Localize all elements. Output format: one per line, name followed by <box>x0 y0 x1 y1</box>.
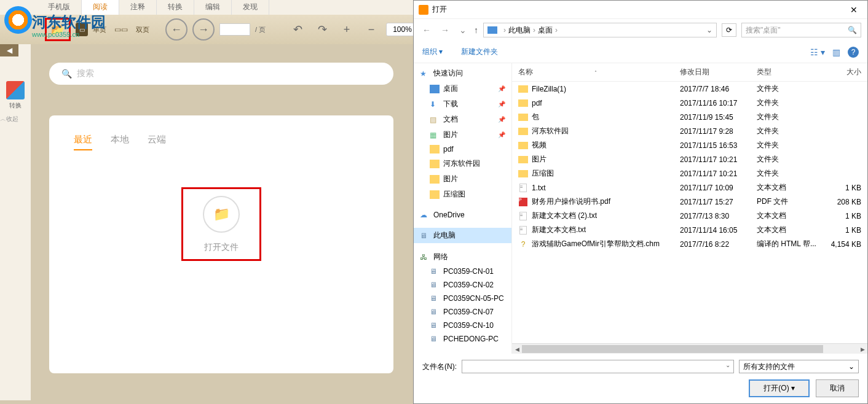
zoom-out-button[interactable]: − <box>361 20 381 39</box>
top-tab-discover[interactable]: 发现 <box>232 0 269 15</box>
file-name: 游戏辅助GameOfMir引擎帮助文档.chm <box>532 239 680 249</box>
content-tab-cloud[interactable]: 云端 <box>148 134 166 150</box>
tree-computer-6[interactable]: 🖥PCHEDONG-PC <box>414 332 511 346</box>
file-name: 新建文本文档 (2).txt <box>532 211 680 221</box>
refresh-button[interactable]: ⟳ <box>722 23 736 37</box>
view-mode-button[interactable]: ☷ ▾ <box>810 47 825 57</box>
col-name-header[interactable]: 名称˄ <box>518 67 680 77</box>
col-size-header[interactable]: 大小 <box>824 67 861 77</box>
scroll-right-arrow[interactable]: ▶ <box>858 344 867 354</box>
file-date: 2017/11/16 10:17 <box>680 99 757 107</box>
folder-icon <box>518 85 528 93</box>
breadcrumb-item-desktop[interactable]: 桌面 <box>538 25 553 36</box>
list-item[interactable]: ≡1.txt2017/11/7 10:09文本文档1 KB <box>512 181 867 195</box>
computer-icon: 🖥 <box>430 321 440 330</box>
open-button[interactable]: 打开(O) ▾ <box>749 379 810 397</box>
col-type-header[interactable]: 类型 <box>757 67 824 77</box>
filename-dropdown-icon[interactable]: ⌄ <box>725 362 730 368</box>
tree-hedong[interactable]: 河东软件园 <box>414 156 511 171</box>
horizontal-scrollbar[interactable]: ◀ ▶ <box>512 343 867 354</box>
tree-computer-3[interactable]: 🖥PC0359CN-05-PC <box>414 292 511 305</box>
double-page-icon[interactable]: ▭▭ <box>111 20 131 39</box>
tree-documents[interactable]: ▤文档📌 <box>414 112 511 127</box>
tree-computer-1[interactable]: 🖥PC0359-CN-01 <box>414 265 511 278</box>
list-item[interactable]: 河东软件园2017/11/17 9:28文件夹 <box>512 124 867 138</box>
rotate-right-button[interactable]: ↷ <box>312 20 332 39</box>
tree-pictures[interactable]: ▦图片📌 <box>414 127 511 142</box>
close-button[interactable]: ✕ <box>845 5 862 15</box>
tree-computer-2[interactable]: 🖥PC0359-CN-02 <box>414 278 511 292</box>
filetype-select[interactable]: 所有支持的文件 ⌄ <box>739 360 859 373</box>
zoom-in-button[interactable]: + <box>337 20 357 39</box>
filename-input[interactable] <box>462 360 734 373</box>
search-bar[interactable]: 🔍 搜索 <box>49 63 393 85</box>
breadcrumb-dropdown[interactable]: ⌄ <box>706 26 712 34</box>
tree-computer-4[interactable]: 🖥PC0359-CN-07 <box>414 305 511 319</box>
main-content: 🔍 搜索 最近 本地 云端 📁 打开文件 <box>31 44 412 400</box>
nav-back-button[interactable]: ← <box>420 25 433 35</box>
list-item[interactable]: 图片2017/11/17 10:21文件夹 <box>512 152 867 166</box>
content-card: 最近 本地 云端 📁 打开文件 <box>49 115 393 373</box>
list-header: 名称˄ 修改日期 类型 大小 <box>512 63 867 82</box>
file-name: 视频 <box>532 140 680 150</box>
prev-page-button[interactable]: ← <box>165 18 187 41</box>
content-tab-recent[interactable]: 最近 <box>74 134 92 150</box>
list-item[interactable]: 包2017/11/9 15:45文件夹 <box>512 110 867 124</box>
sidebar-collapse-arrow[interactable]: ◀ <box>0 44 18 56</box>
list-item[interactable]: ≡新建文本文档.txt2017/11/14 16:05文本文档1 KB <box>512 223 867 237</box>
tree-computer-5[interactable]: 🖥PC0359-CN-10 <box>414 319 511 332</box>
file-type: 文件夹 <box>757 126 824 136</box>
tree-compressed[interactable]: 压缩图 <box>414 187 511 202</box>
col-date-header[interactable]: 修改日期 <box>680 67 757 77</box>
list-item[interactable]: FileZilla(1)2017/7/7 18:46文件夹 <box>512 82 867 96</box>
file-name: 新建文本文档.txt <box>532 225 680 235</box>
list-item[interactable]: pdf2017/11/16 10:17文件夹 <box>512 96 867 110</box>
tree-onedrive[interactable]: ☁OneDrive <box>414 208 511 222</box>
tree-network[interactable]: 🖧网络 <box>414 249 511 265</box>
scroll-thumb[interactable] <box>522 345 823 353</box>
breadcrumb-item-pc[interactable]: 此电脑 <box>508 25 531 36</box>
rotate-left-button[interactable]: ↶ <box>288 20 307 39</box>
tree-downloads[interactable]: ⬇下载📌 <box>414 96 511 112</box>
file-name: 财务用户操作说明书.pdf <box>532 196 680 207</box>
scroll-left-arrow[interactable]: ◀ <box>512 344 522 354</box>
breadcrumb-sep: › <box>533 26 535 34</box>
sidebar-convert-button[interactable]: 转换 <box>0 81 31 110</box>
folder-open-icon: 📁 <box>203 196 240 233</box>
tree-desktop[interactable]: 桌面📌 <box>414 81 511 96</box>
content-tab-local[interactable]: 本地 <box>111 134 129 150</box>
nav-up-button[interactable]: ↑ <box>474 25 478 35</box>
filetype-label: 所有支持的文件 <box>743 362 795 372</box>
list-item[interactable]: 视频2017/11/15 16:53文件夹 <box>512 138 867 152</box>
list-item[interactable]: ≡新建文本文档 (2).txt2017/7/13 8:30文本文档1 KB <box>512 209 867 223</box>
cancel-button[interactable]: 取消 <box>816 379 859 397</box>
page-input[interactable] <box>219 23 250 36</box>
list-item[interactable]: 压缩图2017/11/17 10:21文件夹 <box>512 166 867 181</box>
sidebar-collapse-label[interactable]: ︿收起 <box>0 115 31 123</box>
convert-label: 转换 <box>0 101 31 110</box>
breadcrumb[interactable]: › 此电脑 › 桌面 › ⌄ <box>483 23 717 37</box>
tree-pdf[interactable]: pdf <box>414 142 511 156</box>
open-file-zone[interactable]: 📁 打开文件 <box>181 187 261 261</box>
top-tab-convert[interactable]: 转换 <box>157 0 194 15</box>
nav-forward-button[interactable]: → <box>438 25 452 35</box>
file-name: 包 <box>532 112 680 122</box>
list-item[interactable]: ?游戏辅助GameOfMir引擎帮助文档.chm2017/7/16 8:22编译… <box>512 237 867 251</box>
computer-icon: 🖥 <box>430 267 440 276</box>
search-input[interactable]: 搜索"桌面" 🔍 <box>741 23 861 37</box>
tree-quick-access[interactable]: ★快速访问 <box>414 66 511 81</box>
nav-history-dropdown[interactable]: ⌄ <box>457 25 469 35</box>
list-item[interactable]: P财务用户操作说明书.pdf2017/11/7 15:27PDF 文件208 K… <box>512 195 867 209</box>
top-tab-annotate[interactable]: 注释 <box>119 0 157 15</box>
chm-icon: ? <box>518 240 528 249</box>
organize-button[interactable]: 组织 ▾ <box>422 47 443 57</box>
tree-this-pc[interactable]: 🖥此电脑 <box>414 228 511 243</box>
tree-pictures2[interactable]: 图片 <box>414 171 511 187</box>
file-type: 文件夹 <box>757 168 824 179</box>
next-page-button[interactable]: → <box>192 18 215 41</box>
help-button[interactable]: ? <box>848 47 859 58</box>
dialog-body: ★快速访问 桌面📌 ⬇下载📌 ▤文档📌 ▦图片📌 pdf 河东软件园 图片 压缩… <box>414 63 867 354</box>
preview-pane-button[interactable]: ▥ <box>832 47 840 57</box>
new-folder-button[interactable]: 新建文件夹 <box>461 47 498 57</box>
top-tab-edit[interactable]: 编辑 <box>194 0 232 15</box>
